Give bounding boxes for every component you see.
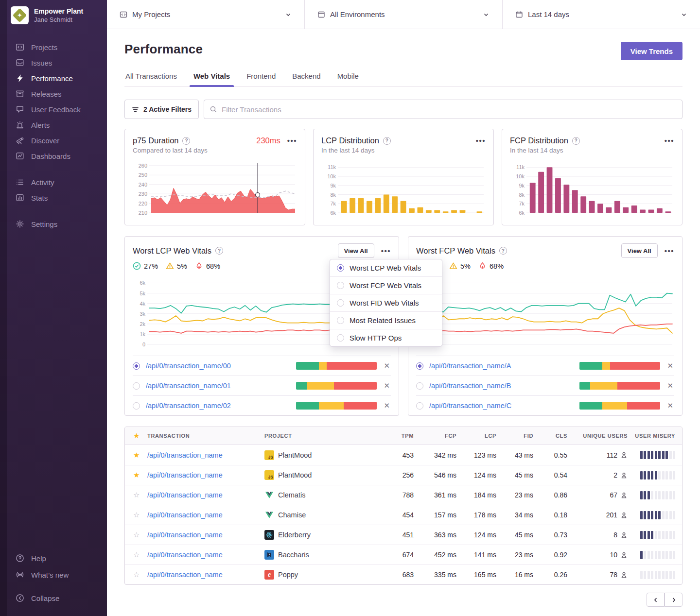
- star-toggle[interactable]: ☆: [125, 550, 147, 559]
- previous-page-button[interactable]: [647, 593, 665, 607]
- project-cell[interactable]: ePoppy: [264, 570, 379, 580]
- star-toggle[interactable]: ☆: [125, 530, 147, 539]
- column-header-transaction[interactable]: TRANSACTION: [147, 433, 264, 439]
- project-cell[interactable]: Chamise: [264, 510, 379, 520]
- tab-frontend[interactable]: Frontend: [245, 72, 277, 86]
- sidebar-item-stats[interactable]: Stats: [0, 190, 107, 205]
- sidebar-item-activity[interactable]: Activity: [0, 174, 107, 190]
- lcp-distribution-card: LCP Distribution? ••• In the last 14 day…: [313, 129, 494, 225]
- transaction-link[interactable]: /api/0/transaction_name: [147, 451, 264, 459]
- card-title: Worst FCP Web Vitals: [416, 246, 495, 256]
- view-trends-button[interactable]: View Trends: [621, 42, 682, 60]
- date-range-selector[interactable]: Last 14 days: [502, 0, 700, 29]
- help-icon[interactable]: ?: [572, 137, 580, 145]
- close-icon[interactable]: ✕: [666, 381, 674, 390]
- sidebar-item-settings[interactable]: Settings: [0, 216, 107, 232]
- transaction-link[interactable]: /api/0/transaction_name: [147, 471, 264, 479]
- sidebar-item-releases[interactable]: Releases: [0, 86, 107, 102]
- transaction-link[interactable]: /api/0/transaction_name/02: [146, 402, 290, 410]
- environment-selector[interactable]: All Environments: [304, 0, 502, 29]
- column-header-cls[interactable]: CLS: [533, 433, 567, 439]
- transaction-link[interactable]: /api/0/transaction_name/A: [429, 362, 574, 370]
- close-icon[interactable]: ✕: [383, 401, 391, 410]
- sidebar-item-performance[interactable]: Performance: [0, 70, 107, 86]
- menu-item-most-related-issues[interactable]: Most Related Issues: [330, 311, 442, 329]
- sidebar-item-dashboards[interactable]: Dashboards: [0, 148, 107, 164]
- sidebar-item-projects[interactable]: Projects: [0, 39, 107, 55]
- transaction-link[interactable]: /api/0/transaction_name/B: [429, 382, 574, 390]
- sidebar-item-collapse[interactable]: Collapse: [0, 590, 107, 606]
- transaction-link[interactable]: /api/0/transaction_name: [147, 511, 264, 519]
- next-page-button[interactable]: [665, 593, 682, 607]
- radio-icon[interactable]: [133, 382, 140, 390]
- close-icon[interactable]: ✕: [383, 381, 391, 390]
- tab-all-transactions[interactable]: All Transactions: [124, 72, 178, 86]
- transaction-link[interactable]: /api/0/transaction_name/01: [146, 382, 290, 390]
- platform-vue-icon: [264, 510, 274, 520]
- tab-backend[interactable]: Backend: [291, 72, 321, 86]
- project-cell[interactable]: JSPlantMood: [264, 450, 379, 460]
- star-toggle[interactable]: ☆: [125, 491, 147, 499]
- menu-item-worst-fid-web-vitals[interactable]: Worst FID Web Vitals: [330, 294, 442, 311]
- help-icon[interactable]: ?: [182, 137, 190, 145]
- help-icon[interactable]: ?: [215, 247, 223, 255]
- column-header-lcp[interactable]: LCP: [456, 433, 496, 439]
- column-header-fid[interactable]: FID: [496, 433, 533, 439]
- tab-mobile[interactable]: Mobile: [336, 72, 360, 86]
- ellipsis-menu-icon[interactable]: •••: [665, 137, 674, 144]
- project-cell[interactable]: Baccharis: [264, 550, 379, 560]
- sidebar-item-help[interactable]: Help: [0, 550, 107, 566]
- help-icon[interactable]: ?: [383, 137, 391, 145]
- star-toggle[interactable]: ☆: [125, 570, 147, 579]
- menu-item-worst-fcp-web-vitals[interactable]: Worst FCP Web Vitals: [330, 276, 442, 294]
- search-input[interactable]: [204, 100, 682, 119]
- sidebar-item-user-feedback[interactable]: User Feedback: [0, 102, 107, 117]
- radio-icon[interactable]: [416, 362, 423, 370]
- transaction-link[interactable]: /api/0/transaction_name: [147, 491, 264, 499]
- ellipsis-menu-icon[interactable]: •••: [287, 137, 297, 144]
- ellipsis-menu-icon[interactable]: •••: [476, 137, 486, 144]
- org-switcher[interactable]: ✦ Empower Plant Jane Schmidt: [0, 0, 107, 31]
- view-all-button[interactable]: View All: [621, 243, 658, 258]
- ellipsis-menu-icon[interactable]: •••: [665, 247, 674, 255]
- column-header-fcp[interactable]: FCP: [414, 433, 456, 439]
- project-cell[interactable]: JSPlantMood: [264, 470, 379, 480]
- vitals-stats: 27%5%68%: [416, 262, 674, 270]
- radio-icon[interactable]: [133, 362, 140, 370]
- column-header-project[interactable]: PROJECT: [264, 433, 379, 439]
- transaction-link[interactable]: /api/0/transaction_name/00: [146, 362, 290, 370]
- star-toggle[interactable]: ★: [125, 471, 147, 479]
- star-toggle[interactable]: ☆: [125, 511, 147, 519]
- close-icon[interactable]: ✕: [383, 361, 391, 370]
- project-selector[interactable]: My Projects: [107, 0, 304, 29]
- project-cell[interactable]: Clematis: [264, 490, 379, 500]
- radio-icon[interactable]: [416, 382, 423, 390]
- transaction-link[interactable]: /api/0/transaction_name: [147, 571, 264, 579]
- transaction-link[interactable]: /api/0/transaction_name: [147, 531, 264, 539]
- view-all-button[interactable]: View All: [338, 243, 374, 258]
- user-misery-bar: [628, 551, 682, 559]
- column-header-tpm[interactable]: TPM: [379, 433, 414, 439]
- ellipsis-menu-icon[interactable]: •••: [381, 247, 391, 255]
- sidebar-item-label: Projects: [31, 43, 57, 51]
- menu-item-slow-http-ops[interactable]: Slow HTTP Ops: [330, 329, 442, 346]
- sidebar-item-discover[interactable]: Discover: [0, 133, 107, 148]
- sidebar-item-what-s-new[interactable]: What’s new: [0, 566, 107, 583]
- help-icon[interactable]: ?: [499, 247, 507, 255]
- header-star-icon[interactable]: ★: [125, 431, 147, 440]
- column-header-unique-users[interactable]: UNIQUE USERS: [567, 433, 628, 439]
- radio-icon[interactable]: [416, 402, 423, 410]
- menu-item-worst-lcp-web-vitals[interactable]: Worst LCP Web Vitals: [330, 259, 442, 276]
- close-icon[interactable]: ✕: [666, 401, 674, 410]
- active-filters-button[interactable]: 2 Active Filters: [124, 100, 199, 119]
- project-cell[interactable]: Elderberry: [264, 530, 379, 540]
- star-toggle[interactable]: ★: [125, 451, 147, 460]
- sidebar-item-alerts[interactable]: Alerts: [0, 117, 107, 133]
- tab-web-vitals[interactable]: Web Vitals: [192, 72, 231, 86]
- column-header-user-misery[interactable]: USER MISERY: [628, 433, 682, 439]
- transaction-link[interactable]: /api/0/transaction_name/C: [429, 402, 574, 410]
- radio-icon[interactable]: [133, 402, 140, 410]
- sidebar-item-issues[interactable]: Issues: [0, 55, 107, 70]
- close-icon[interactable]: ✕: [666, 361, 674, 370]
- transaction-link[interactable]: /api/0/transaction_name: [147, 551, 264, 559]
